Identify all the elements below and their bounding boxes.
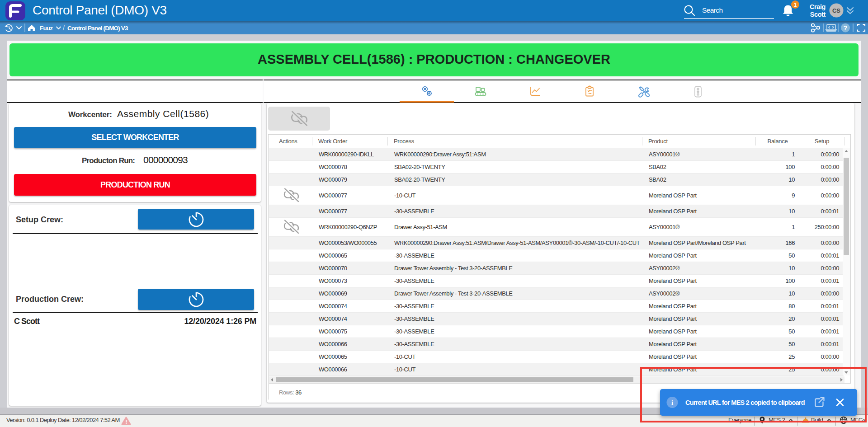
svg-text:?: ?	[844, 24, 848, 32]
svg-text:Control Panel (DMO) V3: Control Panel (DMO) V3	[67, 25, 128, 32]
svg-text:1: 1	[794, 2, 797, 8]
svg-text:Scott: Scott	[810, 11, 826, 18]
svg-text:Fuuz: Fuuz	[40, 25, 53, 32]
svg-text:Craig: Craig	[810, 3, 826, 10]
svg-text:/: /	[63, 24, 65, 32]
svg-text:CS: CS	[832, 7, 840, 14]
svg-text:Search: Search	[702, 6, 723, 14]
